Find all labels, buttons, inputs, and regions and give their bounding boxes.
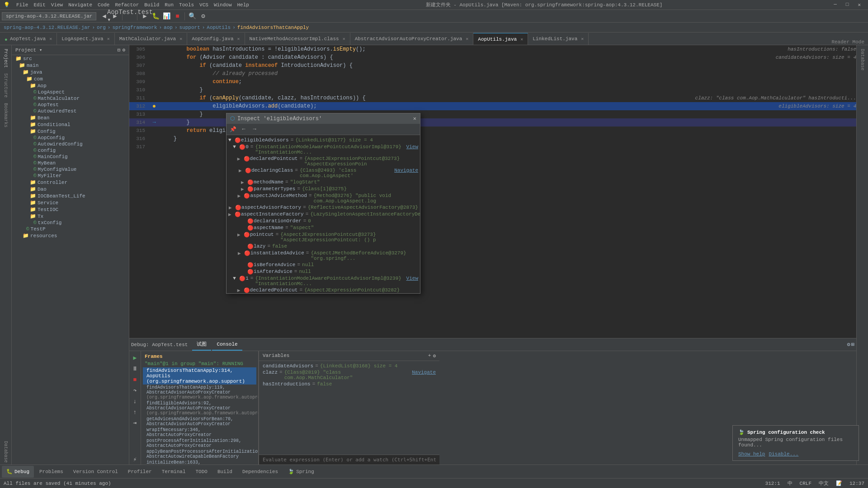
declaringclass-nav-link[interactable]: Navigate bbox=[394, 168, 418, 173]
tree-configfile[interactable]: ©config bbox=[12, 147, 129, 154]
tree-iocbeantest[interactable]: 📁IOCBeanTest_Life bbox=[12, 192, 129, 199]
inspect-i1dp-arrow[interactable]: ▶ bbox=[237, 287, 244, 293]
tree-config[interactable]: 📁Config bbox=[12, 128, 129, 135]
tab-aoputils[interactable]: AopUtils.java ✕ bbox=[473, 33, 528, 45]
debug-settings-btn[interactable]: ⚙ bbox=[847, 341, 850, 348]
tree-service[interactable]: 📁Service bbox=[12, 199, 129, 206]
tab-close-logaspect[interactable]: ✕ bbox=[107, 36, 110, 42]
bottom-tab-spring[interactable]: 🍃 Spring bbox=[283, 466, 319, 478]
tree-java[interactable]: 📁java bbox=[12, 69, 129, 75]
frame-item-0[interactable]: findAdvisorsThatCanApply:314, AopUtils (… bbox=[143, 367, 256, 385]
tree-testioc[interactable]: 📁TestIOC bbox=[12, 206, 129, 213]
status-lang[interactable]: 中文 bbox=[819, 480, 829, 487]
tab-close-aoptest[interactable]: ✕ bbox=[49, 36, 52, 42]
inspect-lz-arrow[interactable]: ▶ bbox=[241, 244, 247, 249]
disable-link[interactable]: Disable... bbox=[769, 451, 798, 457]
tab-close-aopconfig[interactable]: ✕ bbox=[237, 36, 240, 42]
tab-mathcalculator[interactable]: MathCalculator.java ✕ bbox=[115, 33, 187, 45]
breakpoint-dot[interactable]: ● bbox=[152, 102, 156, 110]
stop-debug-button[interactable]: ■ bbox=[130, 375, 140, 385]
close-button[interactable]: ✕ bbox=[854, 2, 864, 8]
step-out-button[interactable]: ↑ bbox=[130, 407, 140, 417]
breadcrumb-method[interactable]: findAdvisorsThatCanApply bbox=[237, 25, 309, 30]
debug-tab-console[interactable]: Console bbox=[212, 339, 242, 351]
tree-myfilter[interactable]: ©MyFilter bbox=[12, 173, 129, 179]
tab-close-linked[interactable]: ✕ bbox=[581, 36, 584, 42]
resume-button[interactable]: ▶ bbox=[130, 353, 140, 363]
project-selector[interactable]: spring-aop-4.3.12.RELEASE.jar bbox=[2, 12, 96, 20]
tab-aopconfig[interactable]: AopConfig.java ✕ bbox=[187, 33, 245, 45]
item1-view-link[interactable]: View bbox=[406, 276, 418, 281]
tree-myconfigvalue[interactable]: ©MyConfigValue bbox=[12, 166, 129, 173]
status-encoding[interactable]: 中 bbox=[788, 480, 793, 487]
debug-tab-frames[interactable]: 试图 bbox=[192, 339, 211, 351]
tree-autowiredtest[interactable]: ©AutowiredTest bbox=[12, 108, 129, 114]
tab-linkedlist[interactable]: LinkedList.java ✕ bbox=[528, 33, 589, 45]
tree-aop[interactable]: 📁Aop bbox=[12, 82, 129, 89]
bottom-tab-debug[interactable]: 🐛 Debug bbox=[2, 466, 34, 478]
structure-icon[interactable]: Structure bbox=[2, 71, 9, 99]
tree-conditional[interactable]: 📁Conditional bbox=[12, 121, 129, 128]
tree-dao[interactable]: 📁Dao bbox=[12, 186, 129, 192]
breadcrumb-jar[interactable]: spring-aop-4.3.12.RELEASE.jar bbox=[4, 25, 90, 30]
breadcrumb-aoputils[interactable]: AopUtils bbox=[207, 25, 231, 30]
menu-navigate[interactable]: Navigate bbox=[68, 2, 92, 8]
tree-aopconfig[interactable]: ©AopConfig bbox=[12, 135, 129, 141]
reader-mode-button[interactable]: Reader Mode bbox=[828, 39, 868, 45]
frame-item-6[interactable]: applyBeanPostProcessorsAfterInitializati… bbox=[143, 449, 256, 460]
show-help-link[interactable]: Show help bbox=[738, 451, 765, 457]
database-icon[interactable]: Database bbox=[2, 439, 9, 465]
frame-item-5[interactable]: postProcessAfterInitialization:298, Abst… bbox=[143, 438, 256, 449]
tab-aoptest[interactable]: ● AopTest.java ✕ bbox=[0, 33, 57, 45]
clazz-navigate-link[interactable]: Navigate bbox=[412, 370, 436, 380]
tab-close-abstract[interactable]: ✕ bbox=[466, 36, 468, 42]
stop-button[interactable]: ■ bbox=[172, 11, 182, 21]
bottom-tab-todo[interactable]: TODO bbox=[191, 466, 212, 478]
bottom-tab-terminal[interactable]: Terminal bbox=[157, 466, 190, 478]
watch-expression-input[interactable] bbox=[259, 455, 439, 465]
inspect-iba-arrow[interactable]: ▶ bbox=[241, 262, 247, 268]
menu-build[interactable]: Build bbox=[144, 2, 159, 8]
frame-item-7[interactable]: initializeBean:1633, AbstractAutowireCap… bbox=[143, 460, 256, 465]
tab-close-math[interactable]: ✕ bbox=[179, 36, 182, 42]
menu-run[interactable]: Run bbox=[165, 2, 174, 8]
minimize-button[interactable]: ─ bbox=[830, 2, 840, 8]
coverage-button[interactable]: 📊 bbox=[161, 11, 171, 21]
bottom-tab-problems[interactable]: Problems bbox=[35, 466, 68, 478]
frame-item-2[interactable]: findEligibleAdvisors:92, AbstractAdvisor… bbox=[143, 400, 256, 416]
bookmarks-icon[interactable]: Bookmarks bbox=[2, 101, 9, 129]
database-right-icon[interactable]: Database bbox=[859, 47, 866, 72]
tree-testp[interactable]: ©TestP bbox=[12, 226, 129, 232]
inspect-back-button[interactable]: ← bbox=[239, 125, 248, 134]
inspect-an-arrow[interactable]: ▶ bbox=[241, 225, 247, 231]
inspect-root-arrow[interactable]: ▼ bbox=[228, 137, 235, 143]
debug-button[interactable]: 🐛 bbox=[151, 11, 160, 21]
tree-resources[interactable]: 📁resources bbox=[12, 232, 129, 239]
settings-button[interactable]: ⚙ bbox=[198, 11, 208, 21]
tab-close-native[interactable]: ✕ bbox=[343, 36, 345, 42]
tab-close-aoputils[interactable]: ✕ bbox=[520, 37, 523, 42]
project-icon[interactable]: Project bbox=[2, 47, 9, 70]
tree-com[interactable]: 📁com bbox=[12, 75, 129, 82]
evaluate-button[interactable]: ⚡ bbox=[130, 455, 140, 465]
inspect-aam-arrow[interactable]: ▶ bbox=[237, 193, 244, 199]
bottom-tab-build[interactable]: Build bbox=[213, 466, 237, 478]
breadcrumb-org[interactable]: org bbox=[97, 25, 106, 30]
run-config-selector[interactable]: AopTest.test ▾ bbox=[125, 11, 135, 21]
tree-tx[interactable]: 📁Tx bbox=[12, 213, 129, 220]
inspect-pt-arrow[interactable]: ▶ bbox=[241, 186, 247, 192]
inspect-iaa-arrow[interactable]: ▶ bbox=[241, 269, 247, 275]
tree-txconfig[interactable]: ©txConfig bbox=[12, 220, 129, 226]
bottom-tab-profiler[interactable]: Profiler bbox=[123, 466, 156, 478]
frame-item-1[interactable]: findAdvisorsThatCanApply:119, AbstractAd… bbox=[143, 385, 256, 400]
frame-item-3[interactable]: getAdvicesAndAdvisorsForBean:70, Abstrac… bbox=[143, 416, 256, 427]
tree-autowiredconfig[interactable]: ©AutowiredConfig bbox=[12, 141, 129, 147]
inspect-dp-arrow[interactable]: ▶ bbox=[237, 156, 244, 162]
breadcrumb-support[interactable]: support bbox=[179, 25, 200, 30]
inspect-aaf-arrow[interactable]: ▶ bbox=[229, 205, 235, 211]
bottom-tab-version-control[interactable]: Version Control bbox=[69, 466, 123, 478]
inspect-close-button[interactable]: ✕ bbox=[413, 115, 416, 122]
maximize-button[interactable]: □ bbox=[842, 2, 853, 8]
frame-item-4[interactable]: wrapIfNecessary:346, AbstractAutoProxyCr… bbox=[143, 427, 256, 438]
variables-settings-button[interactable]: ⚙ bbox=[433, 353, 436, 359]
